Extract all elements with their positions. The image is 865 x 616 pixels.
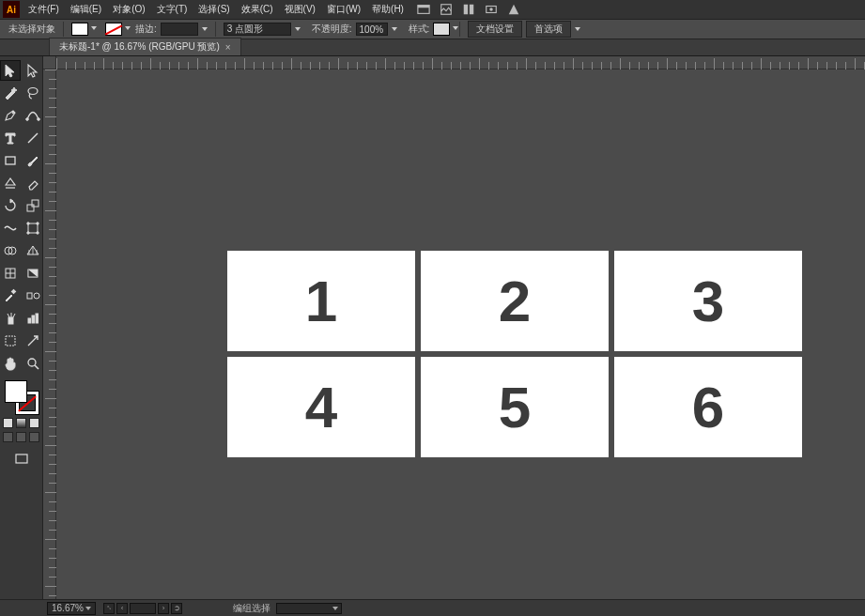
fill-indicator[interactable]	[5, 380, 27, 403]
art-cell: 3	[614, 251, 802, 351]
menu-view[interactable]: 视图(V)	[279, 0, 321, 19]
shaper-tool[interactable]	[0, 173, 21, 193]
tools-panel	[0, 56, 43, 599]
menu-help[interactable]: 帮助(H)	[366, 0, 409, 19]
svg-rect-26	[27, 293, 32, 299]
rotate-tool[interactable]	[0, 195, 21, 216]
slice-tool[interactable]	[23, 331, 43, 351]
artboard-number-field[interactable]	[130, 603, 156, 614]
svg-rect-25	[11, 289, 15, 293]
lasso-tool[interactable]	[23, 83, 43, 103]
document-tab[interactable]: 未标题-1* @ 16.67% (RGB/GPU 预览) ×	[49, 38, 241, 55]
selection-tool[interactable]	[0, 60, 21, 81]
document-setup-button[interactable]: 文档设置	[468, 21, 522, 38]
column-graph-tool[interactable]	[23, 308, 43, 329]
scale-tool[interactable]	[23, 195, 43, 216]
stock-icon[interactable]	[440, 3, 453, 16]
svg-rect-15	[28, 223, 38, 233]
chevron-down-icon[interactable]	[392, 27, 397, 31]
chevron-down-icon[interactable]	[575, 27, 580, 31]
artboard-next-button[interactable]: ›	[158, 603, 169, 614]
share-icon[interactable]	[507, 3, 520, 16]
line-tool[interactable]	[23, 128, 43, 148]
curvature-tool[interactable]	[23, 105, 43, 126]
art-cell: 4	[227, 357, 415, 457]
gradient-mode-button[interactable]	[16, 418, 26, 428]
vertical-ruler[interactable]	[43, 69, 56, 599]
brush-combo[interactable]	[224, 23, 291, 36]
fill-stroke-indicator[interactable]	[5, 380, 39, 414]
perspective-grid-tool[interactable]	[23, 240, 43, 261]
pen-tool[interactable]	[0, 105, 21, 126]
screen-mode-button[interactable]	[11, 449, 32, 470]
chevron-down-icon[interactable]	[85, 607, 91, 610]
artwork: 1 2 3 4 5 6	[227, 251, 806, 463]
status-info-menu[interactable]	[276, 603, 342, 614]
vertical-scrollbar[interactable]	[860, 69, 865, 599]
preferences-button[interactable]: 首选项	[526, 21, 571, 38]
mesh-tool[interactable]	[0, 263, 21, 284]
canvas-area[interactable]: 1 2 3 4 5 6	[43, 56, 865, 599]
menu-effect[interactable]: 效果(C)	[236, 0, 279, 19]
hand-tool[interactable]	[0, 353, 21, 374]
type-tool[interactable]	[0, 128, 21, 148]
artboard-prev-button[interactable]: ‹	[116, 603, 128, 614]
free-transform-tool[interactable]	[23, 218, 43, 239]
horizontal-ruler[interactable]	[56, 56, 865, 69]
svg-point-9	[25, 118, 28, 121]
opacity-input[interactable]	[356, 23, 388, 36]
rectangle-tool[interactable]	[0, 150, 21, 171]
paintbrush-tool[interactable]	[23, 150, 43, 171]
draw-behind-button[interactable]	[16, 432, 26, 442]
shape-builder-tool[interactable]	[0, 240, 21, 261]
color-mode-button[interactable]	[3, 418, 13, 428]
none-mode-button[interactable]	[29, 418, 39, 428]
svg-point-16	[26, 223, 28, 224]
svg-line-11	[28, 133, 38, 143]
svg-rect-31	[36, 314, 39, 323]
style-label: 样式:	[409, 23, 430, 36]
zoom-value: 16.67%	[52, 603, 84, 613]
svg-rect-30	[32, 316, 35, 323]
close-tab-icon[interactable]: ×	[225, 42, 231, 53]
gpu-icon[interactable]	[485, 3, 498, 16]
menu-object[interactable]: 对象(O)	[107, 0, 150, 19]
artboard-last-button[interactable]: ➲	[171, 603, 182, 614]
magic-wand-tool[interactable]	[0, 83, 21, 103]
width-tool[interactable]	[0, 218, 21, 239]
svg-point-8	[12, 112, 14, 114]
eraser-tool[interactable]	[23, 173, 43, 193]
menu-select[interactable]: 选择(S)	[193, 0, 235, 19]
svg-rect-14	[32, 200, 39, 207]
eyedropper-tool[interactable]	[0, 285, 21, 306]
direct-selection-tool[interactable]	[23, 60, 43, 81]
blend-tool[interactable]	[23, 285, 43, 306]
arrange-icon[interactable]	[462, 3, 475, 16]
svg-point-27	[34, 293, 39, 299]
chevron-down-icon[interactable]	[295, 27, 301, 31]
symbol-sprayer-tool[interactable]	[0, 308, 21, 329]
menu-file[interactable]: 文件(F)	[23, 0, 65, 19]
style-swatch[interactable]	[433, 23, 450, 36]
svg-point-33	[28, 359, 36, 366]
ruler-origin[interactable]	[43, 56, 56, 69]
svg-rect-29	[28, 318, 31, 323]
artboard-tool[interactable]	[0, 331, 21, 351]
gradient-tool[interactable]	[23, 263, 43, 284]
zoom-combo[interactable]: 16.67%	[47, 602, 96, 615]
stroke-label: 描边:	[135, 23, 157, 36]
draw-normal-button[interactable]	[3, 432, 13, 442]
document-tab-label: 未标题-1* @ 16.67% (RGB/GPU 预览)	[59, 40, 220, 54]
menu-type[interactable]: 文字(T)	[151, 0, 193, 19]
svg-line-34	[35, 365, 39, 369]
fill-swatch[interactable]	[71, 23, 88, 36]
stroke-swatch[interactable]	[105, 23, 122, 36]
draw-inside-button[interactable]	[29, 432, 39, 442]
menu-edit[interactable]: 编辑(E)	[65, 0, 107, 19]
artboard-first-button[interactable]: ␈	[103, 603, 115, 614]
chevron-down-icon[interactable]	[202, 27, 208, 31]
menu-window[interactable]: 窗口(W)	[321, 0, 366, 19]
zoom-tool[interactable]	[23, 353, 43, 374]
stroke-weight-input[interactable]	[161, 23, 198, 36]
bridge-icon[interactable]	[417, 3, 430, 16]
